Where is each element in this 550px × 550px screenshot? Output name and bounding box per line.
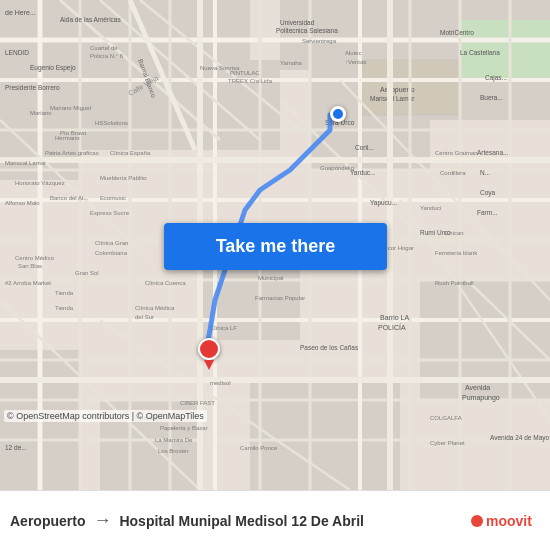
svg-text:La Castellana: La Castellana [460,49,500,56]
svg-text:TREEX Cía Lida: TREEX Cía Lida [228,78,273,84]
svg-text:medisol: medisol [210,380,231,386]
svg-text:Papelería y Bazar: Papelería y Bazar [160,425,208,431]
svg-text:Pumapungo: Pumapungo [462,394,500,402]
moovit-logo: moovit [470,507,540,535]
svg-text:Politecnica Salesiana: Politecnica Salesiana [276,27,338,34]
svg-text:Avenida 24 de Mayo: Avenida 24 de Mayo [490,434,550,442]
svg-text:Patria Artes graficas: Patria Artes graficas [45,150,99,156]
svg-text:MotriCentro: MotriCentro [440,29,474,36]
svg-text:La Mamita De: La Mamita De [155,437,193,443]
svg-text:Municipal: Municipal [258,275,283,281]
svg-text:Banco del Al...: Banco del Al... [50,195,89,201]
map-container: Aeropuerto Mariscal Lamar [0,0,550,490]
svg-text:Servientrega: Servientrega [302,38,337,44]
svg-text:Avenida: Avenida [465,384,490,391]
svg-text:Guapóndelig: Guapóndelig [320,165,354,171]
svg-text:Alutec: Alutec [345,50,362,56]
svg-text:Clínica España: Clínica España [110,150,151,156]
svg-text:Ecomusic: Ecomusic [100,195,126,201]
svg-text:Tienda: Tienda [55,305,74,311]
svg-text:Buera...: Buera... [480,94,503,101]
svg-text:Pío Bravo: Pío Bravo [60,130,87,136]
svg-text:Yarduc...: Yarduc... [350,169,376,176]
origin-marker [330,106,346,122]
svg-text:Barrio LA: Barrio LA [380,314,410,321]
svg-text:CIBER FAST: CIBER FAST [180,400,215,406]
svg-text:HSSolutions: HSSolutions [95,120,128,126]
direction-arrow: → [93,510,111,531]
svg-text:COLGALFA: COLGALFA [430,415,462,421]
svg-text:12 de...: 12 de... [5,444,27,451]
svg-text:Colombiana: Colombiana [95,250,128,256]
svg-text:Mariano: Mariano [30,110,52,116]
svg-text:Centro Médico: Centro Médico [15,255,55,261]
svg-text:Los Broster: Los Broster [158,448,189,454]
svg-text:Aida de las Américas: Aida de las Américas [60,16,121,23]
svg-text:N...: N... [480,169,490,176]
svg-text:Coya: Coya [480,189,496,197]
map-attribution: © OpenStreetMap contributors | © OpenMap… [4,410,207,422]
svg-text:de Here...: de Here... [5,9,36,16]
svg-text:Clínica Cuenca: Clínica Cuenca [145,280,186,286]
svg-text:Cordillera: Cordillera [440,170,466,176]
svg-text:↑Ventas: ↑Ventas [345,59,366,65]
svg-text:Gran Sol: Gran Sol [75,270,99,276]
svg-text:#2 Arroba Market: #2 Arroba Market [5,280,51,286]
svg-text:Mueblería Pablito: Mueblería Pablito [100,175,147,181]
svg-point-138 [471,515,483,527]
svg-text:Cuartel de: Cuartel de [90,45,118,51]
svg-text:Ferretería blank: Ferretería blank [435,250,478,256]
svg-text:Clínica Gran: Clínica Gran [95,240,128,246]
svg-text:Yamaha: Yamaha [280,60,303,66]
svg-text:Coril...: Coril... [355,144,374,151]
svg-text:Farm...: Farm... [477,209,498,216]
svg-text:Universidad: Universidad [280,19,315,26]
svg-text:LENDID: LENDID [5,49,29,56]
svg-text:Farmacias Popular: Farmacias Popular [255,295,305,301]
svg-text:Tienda: Tienda [55,290,74,296]
svg-text:Artesana...: Artesana... [477,149,509,156]
origin-label: Aeropuerto [10,513,85,529]
svg-text:Express Sucre: Express Sucre [90,210,130,216]
svg-text:Rush Paintball: Rush Paintball [435,280,474,286]
bottom-bar: Aeropuerto → Hospital Munipal Medisol 12… [0,490,550,550]
svg-text:Cyber Planet: Cyber Planet [430,440,465,446]
svg-text:Yapucu...: Yapucu... [370,199,397,207]
svg-text:Honorato Vázquez: Honorato Vázquez [15,180,65,186]
svg-text:POLICÍA: POLICÍA [378,323,406,331]
svg-text:Alfonso Malo: Alfonso Malo [5,200,40,206]
svg-text:Eugenio Espejo: Eugenio Espejo [30,64,76,72]
destination-label: Hospital Munipal Medisol 12 De Abril [119,513,462,529]
svg-text:Chican: Chican [445,230,464,236]
svg-text:Camilo Ponce: Camilo Ponce [240,445,278,451]
svg-text:del Sur: del Sur [135,314,154,320]
svg-text:Centro Graiman: Centro Graiman [435,150,478,156]
svg-text:Nueva Sonrisa: Nueva Sonrisa [200,65,240,71]
svg-text:moovit: moovit [486,513,532,529]
svg-text:Cajas...: Cajas... [485,74,507,82]
svg-text:Mariscal Lamar: Mariscal Lamar [5,160,46,166]
take-me-there-button[interactable]: Take me there [164,223,387,270]
svg-text:Presidente Borrero: Presidente Borrero [5,84,60,91]
svg-text:San Blas: San Blas [18,263,42,269]
svg-text:Mariano Miguel: Mariano Miguel [50,105,91,111]
svg-text:Yanduci: Yanduci [420,205,441,211]
destination-marker [198,338,222,370]
svg-text:Policía N.° 6: Policía N.° 6 [90,53,124,59]
svg-text:Clínica Médica: Clínica Médica [135,305,175,311]
svg-text:Clínica LF: Clínica LF [210,325,237,331]
svg-text:Paseo de los Cañas: Paseo de los Cañas [300,344,359,351]
